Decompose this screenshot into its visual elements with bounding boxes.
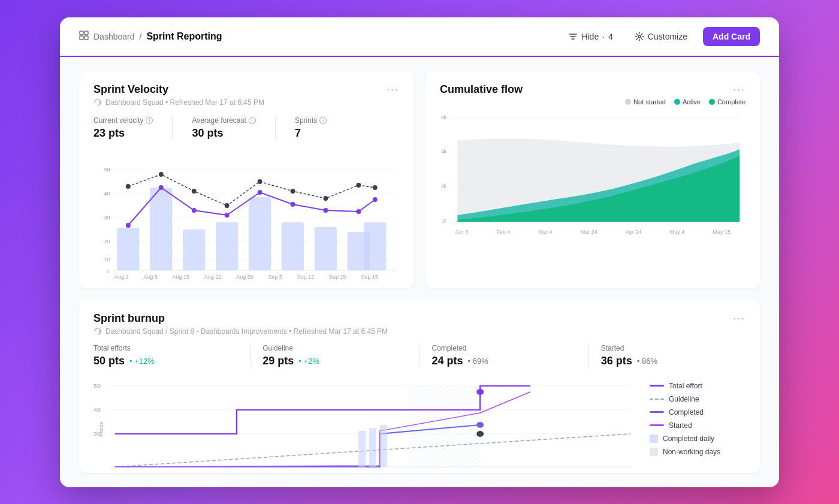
svg-text:2k: 2k [441,183,447,189]
legend-guideline-label: Guideline [669,395,699,403]
svg-point-40 [291,202,295,207]
stat-average-forecast-label: Average forecast i [192,116,256,125]
svg-rect-64 [380,425,387,467]
svg-text:50: 50 [93,382,101,388]
svg-text:4k: 4k [441,148,447,154]
burnup-legend: Total effort Guideline Completed Started [650,377,746,461]
legend-non-working-days: Non-working days [650,448,746,456]
stat-sprints-value: 7 [295,127,327,140]
svg-text:40: 40 [104,190,110,196]
sprint-velocity-menu[interactable]: ··· [387,83,399,96]
breadcrumb-current-page: Sprint Reporting [146,31,222,42]
svg-rect-23 [315,227,337,270]
svg-point-36 [159,185,164,190]
guideline-label: Guideline [262,344,407,352]
burnup-layout: 50 40 30 [93,377,746,461]
legend-not-started-label: Not started [633,98,666,105]
started-value: 36 pts • 86% [601,355,746,367]
cumulative-chart: 6k 4k 2k 0 [440,110,746,230]
info-icon-3: i [319,117,327,124]
svg-point-28 [192,189,197,194]
svg-point-30 [258,179,262,184]
svg-point-32 [323,196,328,201]
add-card-button[interactable]: Add Card [703,27,760,46]
svg-rect-62 [358,431,366,467]
completed-value: 24 pts • 69% [432,355,577,367]
sprint-burnup-title: Sprint burnup [93,312,165,325]
hide-dot: · [602,32,605,41]
hide-button[interactable]: Hide · 4 [562,28,618,45]
svg-text:10: 10 [104,256,110,262]
top-cards-row: Sprint Velocity ··· Dashboard Squad • Re… [79,71,760,288]
svg-point-33 [356,183,361,188]
cumulative-flow-card: Cumulative flow ··· Not started Active C… [425,71,760,288]
svg-rect-22 [282,222,304,270]
svg-point-29 [225,203,230,208]
svg-rect-3 [84,36,88,40]
svg-point-35 [126,223,131,228]
started-badge: • 86% [637,357,657,366]
svg-point-31 [291,189,295,194]
cumulative-flow-menu[interactable]: ··· [733,83,746,96]
burnup-stats: Total efforts 50 pts • +12% Guideline 29… [93,344,746,367]
svg-rect-21 [249,197,271,270]
legend-active: Active [674,98,701,105]
stat-average-forecast-value: 30 pts [192,127,256,140]
stat-sprints-label: Sprints i [295,116,327,125]
burnup-guideline: Guideline 29 pts • +2% [262,344,420,367]
sprint-velocity-subtitle-text: Dashboard Squad • Refreshed Mar 17 at 6:… [105,98,264,107]
app-window: Dashboard / Sprint Reporting Hide · 4 Cu… [60,17,779,487]
dashboard-icon [79,31,89,42]
svg-point-39 [258,190,262,195]
legend-completed-daily-label: Completed daily [663,434,714,443]
legend-completed: Completed [650,408,746,417]
total-efforts-value: 50 pts • +12% [93,355,238,367]
svg-text:0: 0 [443,218,446,224]
svg-text:6k: 6k [441,114,447,120]
breadcrumb: Dashboard / Sprint Reporting [79,31,222,42]
hide-label: Hide [581,32,599,41]
legend-total-effort-label: Total effort [669,382,702,390]
svg-rect-17 [117,228,139,270]
legend-active-label: Active [683,98,701,105]
header-actions: Hide · 4 Customize Add Card [562,27,760,46]
stat-sprints: Sprints i 7 [295,116,327,140]
stat-divider-2 [275,116,276,140]
sprint-burnup-menu[interactable]: ··· [733,312,746,325]
info-icon: i [146,117,153,124]
cumulative-flow-header: Cumulative flow ··· [440,83,746,96]
completed-label: Completed [432,344,577,352]
legend-complete-label: Complete [717,98,746,105]
legend-total-effort: Total effort [650,382,746,390]
legend-completed-label: Completed [669,408,704,417]
completed-badge: • 69% [468,357,488,366]
legend-non-working-days-label: Non-working days [663,448,720,456]
guideline-value: 29 pts • +2% [262,355,407,367]
svg-point-67 [476,431,484,437]
stat-average-forecast: Average forecast i 30 pts [192,116,256,140]
sprint-velocity-subtitle: Dashboard Squad • Refreshed Mar 17 at 6:… [93,98,399,107]
header: Dashboard / Sprint Reporting Hide · 4 Cu… [60,17,779,57]
stat-current-velocity-label: Current velocity i [93,116,153,125]
svg-point-42 [356,209,361,214]
burnup-started: Started 36 pts • 86% [601,344,746,367]
burnup-chart: 50 40 30 [93,377,638,461]
svg-text:0: 0 [107,268,110,274]
svg-rect-19 [183,230,205,270]
breadcrumb-dashboard[interactable]: Dashboard [93,32,135,41]
svg-rect-25 [364,222,386,270]
customize-button[interactable]: Customize [629,28,693,45]
stat-divider-1 [172,116,173,140]
svg-point-4 [638,35,641,38]
sprint-burnup-subtitle-text: Dashboard Squad / Sprint 8 - Dashboards … [105,327,388,336]
svg-point-66 [476,422,484,428]
started-label: Started [601,344,746,352]
svg-text:50: 50 [104,166,110,172]
svg-text:30: 30 [104,214,110,220]
svg-text:40: 40 [93,406,101,412]
sprint-velocity-header: Sprint Velocity ··· [93,83,399,96]
burnup-y-axis-label: Points [98,422,104,437]
legend-started: Started [650,421,746,430]
legend-guideline: Guideline [650,395,746,403]
total-efforts-label: Total efforts [93,344,238,352]
